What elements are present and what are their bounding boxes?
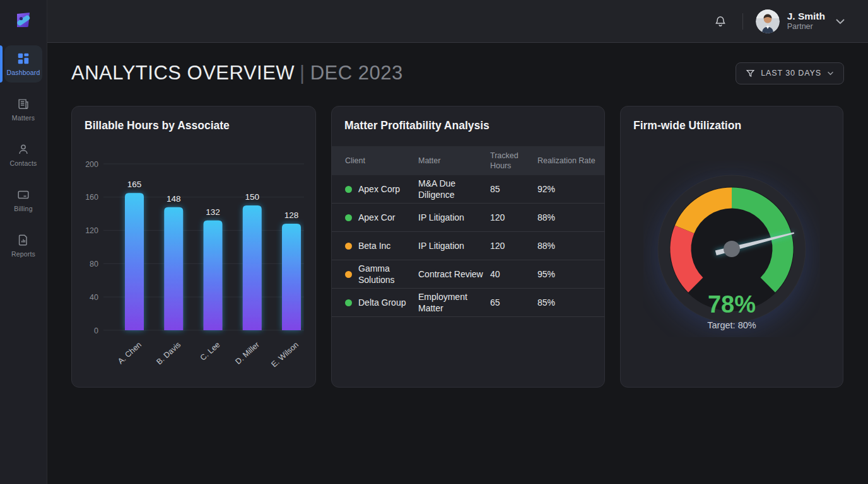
user-name: J. Smith — [787, 10, 825, 22]
sidebar-nav: Dashboard Matters Contacts Billing — [0, 45, 47, 264]
status-dot-orange — [345, 243, 352, 250]
sidebar-item-dashboard[interactable]: Dashboard — [4, 45, 42, 83]
sidebar-item-label: Contacts — [9, 159, 37, 167]
bar-value-label: 128 — [284, 210, 299, 220]
matter-profitability-card: Matter Profitability Analysis Client Mat… — [331, 106, 605, 388]
status-dot-green — [345, 299, 352, 306]
date-range-filter-button[interactable]: LAST 30 DAYS — [736, 62, 844, 84]
sidebar-item-matters[interactable]: Matters — [4, 91, 42, 128]
sidebar-item-billing[interactable]: Billing — [4, 182, 42, 219]
matter-cell: Employment Matter — [418, 291, 490, 314]
active-indicator — [0, 45, 3, 83]
user-role: Partner — [787, 22, 825, 32]
column-header-rate: Realization Rate — [537, 156, 604, 166]
cards-row: Billable Hours by Associate 200160120804… — [71, 106, 844, 388]
client-name: Gamma Solutions — [358, 263, 413, 285]
bar[interactable] — [282, 224, 301, 330]
x-category-label: D. Miller — [233, 340, 261, 366]
hours-cell: 120 — [490, 240, 537, 251]
rate-cell: 88% — [537, 240, 604, 251]
user-menu-button[interactable] — [835, 18, 845, 25]
bar[interactable] — [164, 207, 183, 330]
page-title: ANALYTICS OVERVIEW|DEC 2023 — [71, 62, 403, 84]
app-logo-icon[interactable] — [14, 10, 33, 29]
gauge-container: 78%Target: 80% — [633, 161, 830, 337]
table-row[interactable]: Gamma SolutionsContract Review4095% — [332, 260, 604, 289]
x-category-label: A. Chen — [116, 340, 143, 366]
client-cell: Apex Corp — [332, 183, 418, 195]
filter-funnel-icon — [746, 69, 755, 78]
notifications-button[interactable] — [713, 14, 727, 28]
table-header-row: Client Matter Tracked Hours Realization … — [332, 146, 604, 175]
profitability-table: Client Matter Tracked Hours Realization … — [332, 146, 604, 317]
sidebar-item-label: Matters — [12, 114, 35, 122]
client-cell: Apex Cor — [332, 212, 418, 223]
card-title: Billable Hours by Associate — [85, 119, 303, 132]
sidebar: Dashboard Matters Contacts Billing — [0, 0, 47, 484]
chevron-down-icon — [827, 71, 834, 76]
sidebar-item-reports[interactable]: Reports — [4, 227, 42, 264]
bar[interactable] — [125, 193, 144, 330]
table-row[interactable]: Apex CorpM&A Due Diligence8592% — [332, 175, 604, 204]
sidebar-item-label: Billing — [14, 205, 32, 212]
matter-cell: IP Litigation — [418, 240, 490, 251]
client-cell: Beta Inc — [332, 240, 418, 251]
client-name: Beta Inc — [358, 240, 390, 251]
utilization-card: Firm-wide Utilization 78%Target: 80% — [620, 106, 843, 388]
title-separator: | — [300, 62, 305, 84]
y-tick-label: 80 — [90, 260, 98, 268]
topbar: J. Smith Partner — [47, 0, 868, 43]
status-dot-green — [345, 186, 352, 193]
table-body: Apex CorpM&A Due Diligence8592%Apex CorI… — [332, 175, 604, 317]
table-row[interactable]: Beta IncIP Litigation12088% — [332, 232, 604, 260]
x-category-label: B. Davis — [155, 340, 182, 367]
status-dot-green — [345, 214, 352, 221]
client-name: Apex Corp — [358, 183, 400, 195]
client-name: Delta Group — [358, 297, 406, 308]
bar-value-label: 148 — [167, 194, 181, 204]
topbar-divider — [742, 13, 743, 30]
sidebar-item-label: Reports — [11, 250, 35, 258]
client-cell: Gamma Solutions — [332, 263, 418, 285]
contacts-person-icon — [16, 142, 30, 156]
table-row[interactable]: Apex CorIP Litigation12088% — [332, 204, 604, 232]
client-cell: Delta Group — [332, 297, 418, 308]
matters-document-icon — [16, 97, 30, 111]
matter-cell: Contract Review — [418, 268, 490, 280]
hours-cell: 120 — [490, 212, 537, 223]
avatar-photo — [756, 9, 780, 33]
y-tick-label: 120 — [85, 226, 98, 235]
bar[interactable] — [204, 221, 223, 330]
y-tick-label: 40 — [90, 293, 98, 302]
bar-value-label: 132 — [206, 207, 220, 217]
utilization-gauge: 78%Target: 80% — [643, 161, 820, 337]
gauge-hub — [724, 241, 740, 257]
y-tick-label: 200 — [85, 160, 98, 169]
y-tick-label: 160 — [85, 193, 98, 202]
page-title-period: DEC 2023 — [310, 62, 403, 84]
card-title: Firm-wide Utilization — [633, 119, 830, 132]
filter-label: LAST 30 DAYS — [761, 69, 821, 78]
column-header-hours: Tracked Hours — [490, 151, 537, 171]
rate-cell: 88% — [537, 212, 604, 223]
bar-value-label: 150 — [245, 192, 259, 202]
sidebar-item-contacts[interactable]: Contacts — [4, 136, 42, 173]
matter-cell: M&A Due Diligence — [418, 178, 490, 200]
x-category-label: E. Wilson — [269, 340, 300, 369]
hours-cell: 85 — [490, 183, 537, 195]
reports-chart-icon — [16, 233, 30, 247]
column-header-client: Client — [332, 156, 418, 166]
status-dot-orange — [345, 271, 352, 278]
column-header-matter: Matter — [418, 156, 490, 166]
bar-value-label: 165 — [127, 180, 142, 189]
bar[interactable] — [243, 205, 262, 330]
table-row[interactable]: Delta GroupEmployment Matter6585% — [332, 289, 604, 317]
sidebar-item-label: Dashboard — [6, 69, 40, 76]
gauge-value: 78% — [708, 291, 756, 318]
hours-cell: 40 — [490, 268, 537, 280]
billable-bar-chart: 20016012080400165A. Chen148B. Davis132C.… — [85, 155, 304, 379]
main-content: ANALYTICS OVERVIEW|DEC 2023 LAST 30 DAYS… — [47, 43, 868, 484]
billable-hours-card: Billable Hours by Associate 200160120804… — [71, 106, 316, 388]
x-category-label: C. Lee — [199, 340, 222, 362]
user-avatar[interactable] — [756, 9, 780, 33]
